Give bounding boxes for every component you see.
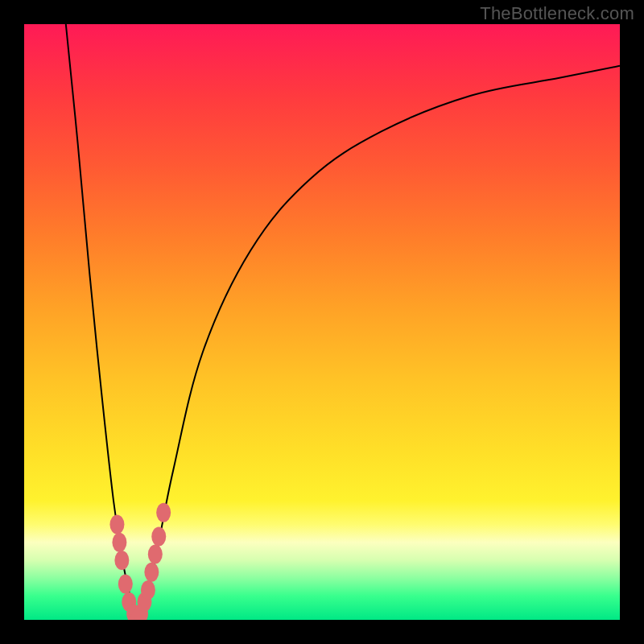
data-marker bbox=[112, 533, 126, 552]
data-marker bbox=[156, 503, 171, 522]
data-marker bbox=[144, 563, 159, 582]
watermark-text: TheBottleneck.com bbox=[480, 3, 634, 24]
plot-area bbox=[24, 24, 620, 620]
data-marker bbox=[148, 545, 163, 564]
curve-right-branch bbox=[138, 66, 620, 620]
data-marker bbox=[151, 526, 166, 546]
curve-left-branch bbox=[66, 24, 138, 620]
data-marker bbox=[114, 551, 129, 570]
data-marker bbox=[141, 580, 155, 600]
marker-group bbox=[109, 503, 171, 620]
chart-svg bbox=[24, 24, 620, 620]
data-marker bbox=[109, 515, 124, 535]
chart-frame: TheBottleneck.com bbox=[0, 0, 644, 644]
data-marker bbox=[118, 575, 133, 594]
